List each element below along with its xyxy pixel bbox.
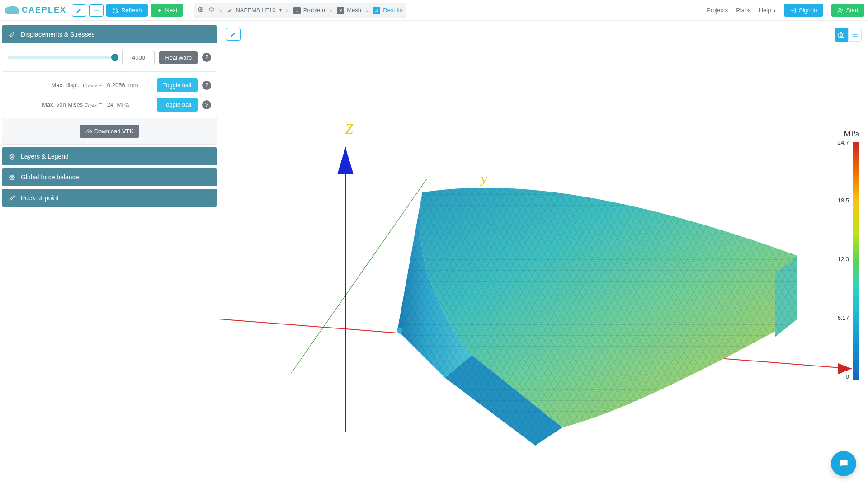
user-plus-icon xyxy=(837,7,844,14)
panel-peek-header[interactable]: Peek-at-point xyxy=(2,189,217,207)
chat-button[interactable] xyxy=(831,451,856,476)
legend-tick: 18.5 xyxy=(838,197,849,204)
toggle-ball-displacement[interactable]: Toggle ball xyxy=(157,78,198,92)
next-label: Next xyxy=(165,7,178,14)
balance-icon xyxy=(9,174,15,180)
max-displacement-label: Max. displ. |u|ₘₐₓ = xyxy=(8,81,103,89)
refresh-button[interactable]: Refresh xyxy=(106,4,148,17)
svg-point-2 xyxy=(838,8,840,10)
hamburger-icon xyxy=(93,7,99,14)
chat-icon xyxy=(838,458,849,469)
plus-icon xyxy=(156,7,163,14)
axis-y-label: y xyxy=(480,171,487,186)
svg-point-1 xyxy=(211,9,213,10)
panel-balance-header[interactable]: Global force balance xyxy=(2,168,217,186)
max-von-mises-label: Max. von Mises σₘₐₓ = xyxy=(8,101,103,108)
edit-button[interactable] xyxy=(72,4,86,17)
warp-value-input[interactable] xyxy=(122,50,155,65)
help-icon[interactable]: ? xyxy=(202,100,211,109)
chevron-down-icon: ▾ xyxy=(279,8,282,13)
layers-icon xyxy=(9,153,15,160)
refresh-label: Refresh xyxy=(121,7,142,14)
app-name: CAEPLEX xyxy=(22,5,66,15)
help-icon[interactable]: ? xyxy=(202,53,211,62)
max-displacement-value: 0.2056 mm xyxy=(107,82,152,89)
eye-icon[interactable] xyxy=(208,6,215,14)
menu-button[interactable] xyxy=(89,4,104,17)
eyedropper-icon xyxy=(9,195,15,201)
breadcrumb: » NAFEMS LE10 ▾ » 1 Problem » 2 Mesh » 3… xyxy=(194,3,406,18)
start-button[interactable]: Start xyxy=(831,4,864,17)
project-dropdown[interactable]: NAFEMS LE10 ▾ xyxy=(226,7,281,14)
download-vtk-button[interactable]: Download VTK xyxy=(80,125,140,138)
max-von-mises-value: 24 MPa xyxy=(107,101,152,108)
cloud-download-icon xyxy=(85,128,92,135)
chevron-down-icon: ▾ xyxy=(774,8,776,13)
legend-tick: 12.3 xyxy=(838,256,849,263)
warp-slider[interactable] xyxy=(8,56,118,59)
svg-marker-9 xyxy=(337,147,354,174)
real-warp-button[interactable]: Real warp xyxy=(159,51,198,64)
nav-help[interactable]: Help ▾ xyxy=(759,7,776,14)
svg-point-10 xyxy=(397,328,402,333)
refresh-icon xyxy=(112,7,118,14)
viewport-3d[interactable]: z y MPa 24.7 18.5 12.3 6.17 0 xyxy=(219,21,868,488)
legend-tick: 6.17 xyxy=(838,314,849,321)
step-problem[interactable]: 1 Problem xyxy=(293,7,325,14)
ruler-icon xyxy=(9,31,15,38)
color-legend: MPa 24.7 18.5 12.3 6.17 0 xyxy=(823,129,859,142)
nav-projects[interactable]: Projects xyxy=(707,7,728,14)
legend-gradient xyxy=(853,142,859,380)
toggle-ball-vonmises[interactable]: Toggle ball xyxy=(157,98,198,112)
legend-unit: MPa xyxy=(823,129,859,139)
svg-line-7 xyxy=(291,179,427,373)
mesh-render: z y xyxy=(219,21,868,488)
next-button[interactable]: Next xyxy=(151,4,184,17)
pencil-icon xyxy=(76,7,82,14)
signin-button[interactable]: Sign In xyxy=(784,4,823,17)
globe-icon[interactable] xyxy=(198,6,204,14)
cloud-icon xyxy=(6,6,19,14)
app-logo[interactable]: CAEPLEX xyxy=(4,5,69,15)
help-icon[interactable]: ? xyxy=(202,81,211,90)
legend-tick: 0 xyxy=(846,373,849,380)
step-mesh[interactable]: 2 Mesh xyxy=(337,7,361,14)
legend-tick: 24.7 xyxy=(838,139,849,146)
panel-layers-header[interactable]: Layers & Legend xyxy=(2,147,217,165)
nav-plans[interactable]: Plans xyxy=(736,7,751,14)
signin-icon xyxy=(790,7,796,14)
step-results[interactable]: 3 Results xyxy=(373,7,402,14)
axis-z-label: z xyxy=(345,115,354,138)
panel-displacements-header[interactable]: Displacements & Stresses xyxy=(2,25,217,43)
check-icon xyxy=(226,7,233,14)
slider-thumb[interactable] xyxy=(111,54,118,61)
